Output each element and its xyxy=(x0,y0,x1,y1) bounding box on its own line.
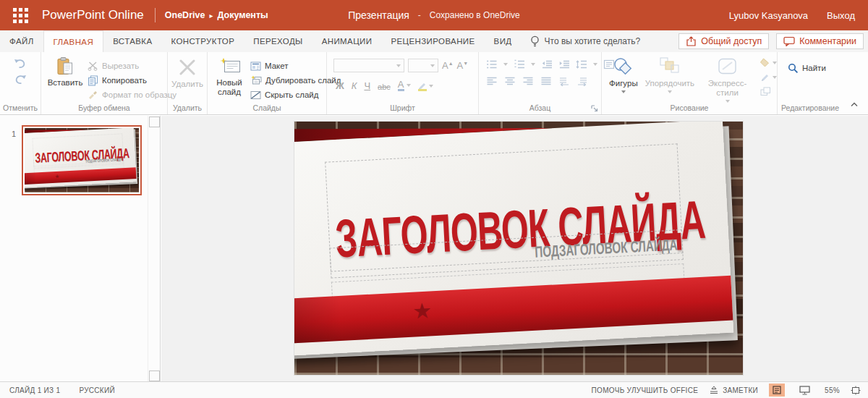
increase-indent-button[interactable] xyxy=(558,59,570,69)
layout-label: Макет xyxy=(265,62,289,70)
scroll-down-button[interactable] xyxy=(149,371,160,381)
quick-styles-icon xyxy=(718,57,738,77)
tab-transitions[interactable]: ПЕРЕХОДЫ xyxy=(244,30,312,52)
editing-view-button[interactable] xyxy=(769,384,785,397)
thumb-star-icon: ★ xyxy=(54,174,59,179)
highlight-color-button[interactable] xyxy=(418,81,433,91)
slide-card: ЗАГОЛОВОК СЛАЙДА ПОДЗАГОЛОВОК СЛАЙДА ★ xyxy=(294,122,733,357)
tell-me-box[interactable]: Что вы хотите сделать? xyxy=(530,30,641,52)
editing-view-icon xyxy=(773,386,781,394)
decrease-indent-button[interactable] xyxy=(541,59,553,69)
font-name-dropdown[interactable] xyxy=(333,59,404,72)
language-button[interactable]: РУССКИЙ xyxy=(79,386,115,394)
numbering-button[interactable] xyxy=(514,59,525,69)
fit-slide-icon xyxy=(851,386,861,395)
improve-office-link[interactable]: ПОМОЧЬ УЛУЧШИТЬ OFFICE xyxy=(592,386,699,394)
group-label-editing: Редактирование xyxy=(778,103,843,112)
paste-button[interactable]: Вставить xyxy=(48,57,82,102)
tab-home[interactable]: ГЛАВНАЯ xyxy=(43,30,104,52)
font-color-button[interactable]: А xyxy=(398,80,411,91)
redo-icon[interactable] xyxy=(14,75,27,85)
app-launcher-icon[interactable] xyxy=(13,8,28,23)
underline-button[interactable]: Ч xyxy=(364,80,370,91)
new-slide-button[interactable]: Новый слайд xyxy=(213,57,246,102)
duplicate-slide-icon xyxy=(250,75,262,85)
ribbon: Отменить Вставить Вырезать xyxy=(0,52,868,115)
tab-file[interactable]: ФАЙЛ xyxy=(0,30,43,52)
strikethrough-button[interactable]: abc xyxy=(378,82,391,91)
user-name[interactable]: Lyubov Kasyanova xyxy=(729,10,808,21)
breadcrumb-folder[interactable]: Документы xyxy=(217,10,268,20)
copy-button[interactable]: Копировать xyxy=(88,73,176,88)
slide-subtitle[interactable]: ПОДЗАГОЛОВОК СЛАЙДА xyxy=(535,236,678,262)
grow-font-button[interactable]: А▲ xyxy=(442,60,454,71)
shrink-font-button[interactable]: А▼ xyxy=(457,60,469,71)
font-size-dropdown[interactable] xyxy=(408,59,438,72)
cut-label: Вырезать xyxy=(102,62,139,70)
delete-button[interactable]: Удалить xyxy=(168,52,207,89)
delete-label: Удалить xyxy=(171,80,203,89)
align-center-button[interactable] xyxy=(504,76,516,86)
slide-thumbnail-panel: 1 ЗАГОЛОВОК СЛАЙДА ПОДЗАГОЛОВОК СЛАЙДА ★ xyxy=(0,116,161,382)
sign-out-link[interactable]: Выход xyxy=(827,10,855,21)
scroll-up-button[interactable] xyxy=(149,117,160,127)
bullets-button[interactable] xyxy=(486,59,498,69)
line-spacing-button[interactable] xyxy=(576,59,587,69)
document-title[interactable]: Презентация xyxy=(348,9,409,21)
arrange-icon xyxy=(660,57,679,77)
breadcrumb-drive[interactable]: OneDrive xyxy=(165,10,205,20)
thumb-subtitle: ПОДЗАГОЛОВОК СЛАЙДА xyxy=(86,157,123,164)
tell-me-label: Что вы хотите сделать? xyxy=(545,36,641,46)
thumbnail-slide-number: 1 xyxy=(12,130,16,138)
group-delete: Удалить Удалить xyxy=(168,52,208,114)
cut-button[interactable]: Вырезать xyxy=(88,59,176,73)
arrange-button[interactable]: Упорядочить xyxy=(645,57,694,93)
left-to-right-button[interactable] xyxy=(558,76,570,86)
format-painter-button[interactable]: Формат по образцу xyxy=(88,88,176,102)
breadcrumb[interactable]: OneDrive ▸ Документы xyxy=(165,10,268,20)
group-label-paragraph: Абзац xyxy=(479,103,601,112)
app-title: PowerPoint Online xyxy=(42,8,144,22)
right-to-left-button[interactable] xyxy=(576,76,588,86)
find-button[interactable]: Найти xyxy=(778,52,843,75)
share-button[interactable]: Общий доступ xyxy=(678,33,769,49)
tab-animations[interactable]: АНИМАЦИИ xyxy=(312,30,382,52)
undo-icon[interactable] xyxy=(14,59,27,69)
editing-canvas: ЗАГОЛОВОК СЛАЙДА ПОДЗАГОЛОВОК СЛАЙДА ★ xyxy=(161,116,868,382)
tab-design[interactable]: КОНСТРУКТОР xyxy=(162,30,244,52)
comments-button[interactable]: Комментарии xyxy=(776,33,864,49)
panel-scrollbar[interactable] xyxy=(148,116,160,382)
paste-clipboard-icon xyxy=(57,57,73,76)
collapse-ribbon-icon[interactable] xyxy=(850,101,859,107)
scissors-icon xyxy=(88,61,98,71)
justify-button[interactable] xyxy=(540,76,552,86)
shape-outline-button[interactable] xyxy=(760,72,777,82)
copy-label: Копировать xyxy=(102,76,147,85)
slide-thumbnail[interactable]: ЗАГОЛОВОК СЛАЙДА ПОДЗАГОЛОВОК СЛАЙДА ★ xyxy=(22,125,142,195)
format-painter-label: Формат по образцу xyxy=(102,90,176,99)
group-label-drawing: Рисование xyxy=(602,103,777,112)
bold-button[interactable]: Ж xyxy=(336,80,344,91)
shapes-button[interactable]: Фигуры xyxy=(609,57,638,93)
new-slide-icon xyxy=(218,57,241,76)
zoom-level-button[interactable]: 55% xyxy=(825,386,840,394)
notes-toggle[interactable]: ЗАМЕТКИ xyxy=(709,385,758,395)
comments-button-label: Комментарии xyxy=(799,36,856,46)
group-editing: Найти Редактирование xyxy=(778,52,843,114)
tab-insert[interactable]: ВСТАВКА xyxy=(103,30,161,52)
hide-slide-icon xyxy=(250,90,261,100)
quick-styles-button[interactable]: Экспресс-стили xyxy=(702,57,753,103)
comment-icon xyxy=(783,36,795,46)
slide-canvas[interactable]: ЗАГОЛОВОК СЛАЙДА ПОДЗАГОЛОВОК СЛАЙДА ★ xyxy=(294,122,743,375)
align-right-button[interactable] xyxy=(522,76,534,86)
fit-slide-button[interactable] xyxy=(851,386,861,395)
italic-button[interactable]: К xyxy=(352,80,357,91)
slideshow-view-button[interactable] xyxy=(796,384,814,397)
tab-view[interactable]: ВИД xyxy=(485,30,522,52)
hide-slide-label: Скрыть слайд xyxy=(265,90,318,99)
shape-fill-button[interactable] xyxy=(760,58,777,67)
duplicate-shape-button[interactable] xyxy=(760,87,777,96)
tab-review[interactable]: РЕЦЕНЗИРОВАНИЕ xyxy=(381,30,484,52)
delete-x-icon xyxy=(176,58,198,77)
align-left-button[interactable] xyxy=(486,76,498,86)
